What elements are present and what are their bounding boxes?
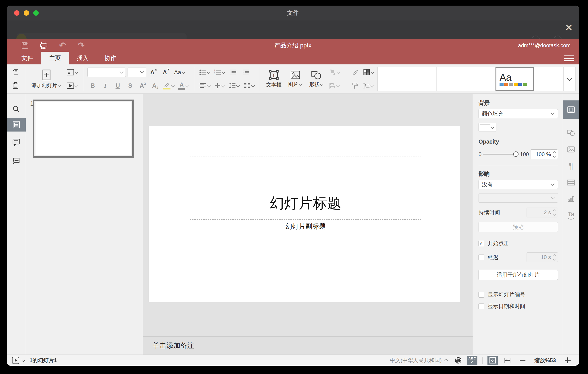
highlight-color-icon[interactable] [162,80,175,91]
theme-thumbnail-selected[interactable]: Aa [495,67,534,91]
theme-thumbnail[interactable] [378,67,407,91]
theme-thumbnail[interactable] [466,67,495,91]
start-slideshow-status-icon[interactable] [12,357,19,364]
show-slide-number-checkbox[interactable] [479,292,484,297]
vertical-align-icon[interactable] [213,80,226,91]
image-settings-icon[interactable] [563,141,579,158]
slide-size-icon[interactable] [362,80,375,91]
backdrop-zone: ✕ [7,20,579,39]
bullets-icon[interactable] [198,67,211,78]
fit-width-icon[interactable] [504,357,512,363]
slides-panel-icon[interactable] [7,118,26,132]
slide-page[interactable]: 幻灯片标题 幻灯片副标题 [149,126,460,302]
app-window: 文件 ✕ ↶ ↷ [7,6,579,366]
opacity-spinner[interactable]: 100 % [531,149,558,159]
shape-settings-icon[interactable] [563,125,579,141]
underline-icon[interactable]: U [112,80,123,91]
fit-slide-icon[interactable] [487,356,498,365]
font-name-select[interactable] [87,67,126,77]
show-date-checkbox[interactable] [479,304,484,309]
increase-font-icon[interactable]: A [148,67,159,78]
slide-thumbnail-1[interactable] [33,99,134,158]
macos-titlebar: 文件 [7,6,579,20]
columns-icon[interactable] [243,80,256,91]
comments-icon[interactable] [7,136,26,149]
text-box-label: 文本框 [266,81,282,88]
theme-gallery-expand-icon[interactable] [563,67,575,91]
notes-area[interactable]: 单击添加备注 [143,336,473,354]
decrease-indent-icon[interactable] [228,67,239,78]
delay-checkbox[interactable] [479,254,484,260]
canvas-area: 幻灯片标题 幻灯片副标题 [143,94,473,336]
color-scheme-icon[interactable] [362,67,375,78]
spell-check-icon[interactable]: ABC ✓ [467,356,477,365]
arrange-shape-icon[interactable] [328,67,341,78]
effect-select[interactable]: 没有 [479,180,558,189]
close-editor-button[interactable]: ✕ [564,22,574,33]
tab-home[interactable]: 主页 [41,52,69,65]
numbering-icon[interactable]: 123 [213,67,226,78]
paste-icon[interactable] [10,80,21,91]
font-color-icon[interactable]: A [177,80,190,91]
paragraph-settings-icon[interactable]: ¶ [563,158,579,174]
shape-button[interactable]: 形状 [307,70,326,88]
backdrop-circle [532,35,540,39]
zoom-in-icon[interactable] [565,357,571,363]
apply-to-all-slides-button[interactable]: 适用于所有幻灯片 [479,270,558,280]
theme-color-strip [500,83,527,86]
increase-indent-icon[interactable] [240,67,251,78]
table-settings-icon[interactable] [563,174,579,191]
zoom-level-label: 缩放%53 [534,357,556,364]
theme-thumbnail[interactable] [437,67,466,91]
subtitle-placeholder[interactable]: 幻灯片副标题 [190,219,421,262]
decrease-font-icon[interactable]: A [161,67,171,78]
text-box-button[interactable]: T 文本框 [264,70,284,88]
slide-layout-group [66,66,79,91]
title-placeholder[interactable]: 幻灯片标题 [190,157,421,219]
italic-icon[interactable]: I [100,80,111,91]
bold-icon[interactable]: B [87,80,98,91]
delay-row: 延迟 10 s [479,252,558,262]
align-shape-icon[interactable] [328,80,341,91]
opacity-slider[interactable] [483,154,516,155]
slide-settings-icon[interactable] [563,100,579,119]
zoom-out-icon[interactable] [520,360,525,361]
copy-style-icon[interactable] [349,80,360,91]
start-slideshow-icon[interactable] [66,80,79,91]
chart-settings-icon[interactable] [563,191,579,207]
tab-file[interactable]: 文件 [13,52,41,65]
eraser-icon[interactable] [349,67,360,78]
search-icon[interactable] [7,102,26,116]
picture-button[interactable]: 图片 [286,70,305,88]
text-art-settings-icon[interactable]: Ta [563,207,579,224]
hamburger-menu-icon[interactable] [564,54,574,62]
add-slide-label: 添加幻灯片 [32,82,57,89]
language-selector[interactable]: 中文(中华人民共和国) [390,357,448,364]
tab-collaboration[interactable]: 协作 [96,52,124,65]
set-language-icon[interactable] [455,357,462,364]
editor-canvas: 幻灯片标题 幻灯片副标题 单击添加备注 [143,94,473,354]
font-size-select[interactable] [127,67,146,77]
fill-color-swatch[interactable] [479,123,496,132]
copy-icon[interactable] [10,67,21,78]
slide-layout-icon[interactable] [66,67,79,78]
start-click-label: 开始点击 [488,240,509,247]
strikeout-icon[interactable]: S [125,80,136,91]
subscript-icon[interactable]: A2 [150,80,161,91]
picture-label: 图片 [288,81,298,88]
line-spacing-icon[interactable] [228,80,241,91]
superscript-icon[interactable]: A2 [137,80,148,91]
start-click-checkbox[interactable]: ✓ [479,241,484,246]
horizontal-align-icon[interactable] [198,80,211,91]
theme-gallery: Aa [377,67,576,91]
opacity-slider-handle[interactable] [513,152,518,157]
add-slide-button[interactable]: 添加幻灯片 [29,69,63,89]
fill-type-select[interactable]: 颜色填充 [479,109,558,118]
theme-thumbnail[interactable] [534,67,563,91]
tab-insert[interactable]: 插入 [69,52,96,65]
change-case-icon[interactable]: Aa [173,67,186,78]
svg-text:T: T [272,72,275,78]
menu-tab-bar: 文件 主页 插入 协作 [7,52,579,65]
theme-thumbnail[interactable] [407,67,437,91]
chat-icon[interactable] [7,154,26,167]
